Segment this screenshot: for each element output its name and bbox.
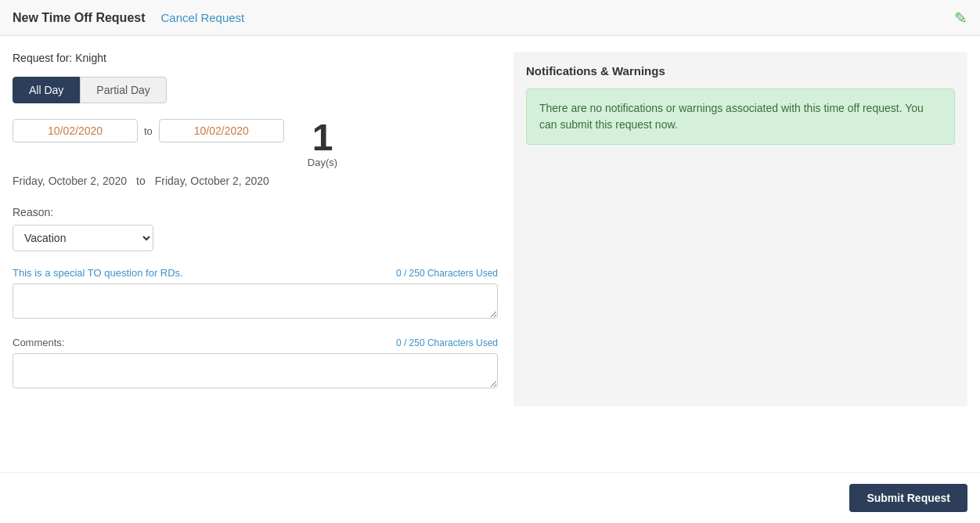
days-count-display: 1 Day(s) — [308, 119, 337, 168]
notification-message: There are no notifications or warnings a… — [526, 88, 955, 145]
days-label: Day(s) — [308, 157, 337, 168]
to-date-input[interactable] — [159, 119, 284, 142]
main-content: Request for: Knight All Day Partial Day … — [0, 36, 980, 422]
footer: Submit Request — [0, 472, 980, 523]
all-day-button[interactable]: All Day — [13, 77, 80, 103]
special-question-label: This is a special TO question for RDs. — [13, 267, 183, 279]
date-text-separator: to — [136, 175, 146, 187]
header: New Time Off Request Cancel Request ✎ — [0, 0, 980, 36]
comments-row: Comments: 0 / 250 Characters Used — [13, 337, 498, 348]
to-date-text: Friday, October 2, 2020 — [155, 175, 269, 187]
comments-input[interactable] — [13, 353, 498, 388]
cancel-request-link[interactable]: Cancel Request — [161, 11, 245, 24]
notifications-title: Notifications & Warnings — [526, 64, 955, 78]
day-toggle-group: All Day Partial Day — [13, 77, 498, 103]
from-date-text: Friday, October 2, 2020 — [13, 175, 127, 187]
right-panel: Notifications & Warnings There are no no… — [513, 52, 967, 406]
days-number: 1 — [308, 119, 337, 157]
page-title: New Time Off Request — [13, 11, 146, 25]
from-date-input[interactable] — [13, 119, 138, 142]
date-range-row: to — [13, 119, 284, 142]
reason-label: Reason: — [13, 206, 498, 218]
reason-select[interactable]: Vacation Sick Personal Other — [13, 225, 153, 251]
comments-label: Comments: — [13, 337, 64, 348]
special-question-char-count: 0 / 250 Characters Used — [396, 268, 498, 279]
partial-day-button[interactable]: Partial Day — [80, 77, 166, 103]
request-for-label: Request for: Knight — [13, 52, 498, 64]
left-panel: Request for: Knight All Day Partial Day … — [13, 52, 498, 406]
special-question-row: This is a special TO question for RDs. 0… — [13, 267, 498, 279]
submit-request-button[interactable]: Submit Request — [849, 484, 967, 512]
edit-icon[interactable]: ✎ — [954, 9, 967, 27]
comments-char-count: 0 / 250 Characters Used — [396, 337, 498, 348]
date-range-separator: to — [144, 125, 153, 137]
date-text-row: Friday, October 2, 2020 to Friday, Octob… — [13, 175, 498, 187]
special-question-input[interactable] — [13, 283, 498, 319]
